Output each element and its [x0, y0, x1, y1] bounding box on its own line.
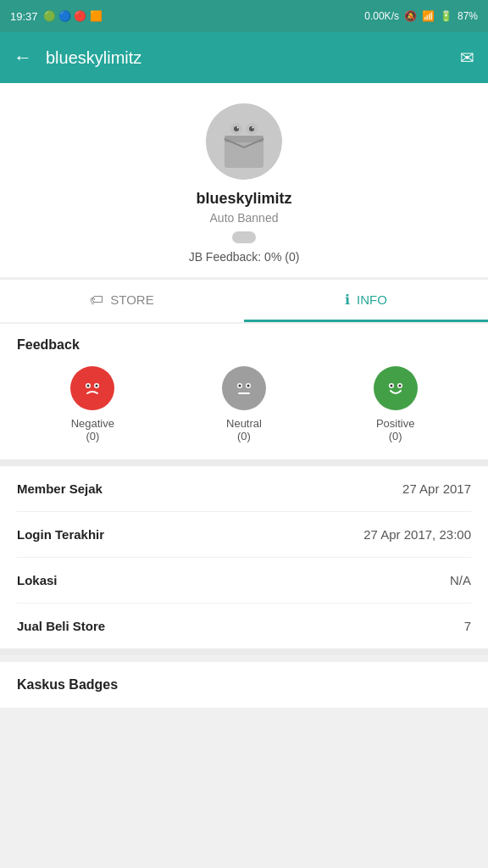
status-bar: 19:37 🟢 🔵 🔴 🟧 0.00K/s 🔕 📶 🔋 87% [0, 0, 488, 32]
info-icon: ℹ [345, 292, 350, 308]
feedback-item-positive: Positive (0) [374, 366, 418, 442]
feedback-item-negative: Negative (0) [70, 366, 114, 442]
tab-store[interactable]: 🏷 STORE [0, 280, 244, 322]
positive-label: Positive (0) [376, 417, 415, 442]
mail-icon[interactable]: ✉ [460, 47, 474, 68]
profile-username: blueskylimitz [196, 190, 291, 208]
signal-icon: 🔕 [404, 10, 417, 22]
negative-emoji [70, 366, 114, 410]
tab-info[interactable]: ℹ INFO [244, 280, 488, 322]
jualbeli-value: 7 [464, 619, 471, 633]
page-title: blueskylimitz [46, 48, 460, 68]
info-content: Feedback Negative (0) [0, 324, 488, 459]
svg-point-14 [238, 385, 241, 387]
info-row-member: Member Sejak 27 Apr 2017 [17, 466, 471, 512]
member-sejak-label: Member Sejak [17, 481, 103, 496]
app-bar: ← blueskylimitz ✉ [0, 32, 488, 83]
divider-1 [0, 459, 488, 466]
badges-section: Kaskus Badges [0, 662, 488, 708]
jualbeli-label: Jual Beli Store [17, 619, 105, 633]
tab-store-label: STORE [110, 292, 153, 307]
svg-point-7 [252, 127, 254, 129]
info-row-jualbeli: Jual Beli Store 7 [17, 604, 471, 648]
svg-point-10 [87, 385, 90, 387]
network-speed: 0.00K/s [364, 10, 399, 22]
positive-emoji [374, 366, 418, 410]
badges-title: Kaskus Badges [17, 677, 471, 693]
profile-section: blueskylimitz Auto Banned JB Feedback: 0… [0, 83, 488, 277]
battery-icon: 🔋 [440, 10, 452, 22]
info-row-login: Login Terakhir 27 Apr 2017, 23:00 [17, 512, 471, 558]
login-terakhir-label: Login Terakhir [17, 527, 104, 542]
tab-info-label: INFO [357, 292, 387, 307]
profile-feedback: JB Feedback: 0% (0) [189, 250, 300, 264]
app-icons: 🟢 🔵 🔴 🟧 [43, 10, 103, 22]
lokasi-label: Lokasi [17, 573, 58, 587]
svg-point-15 [247, 385, 249, 387]
status-right: 0.00K/s 🔕 📶 🔋 87% [364, 10, 478, 22]
feedback-item-neutral: Neutral (0) [222, 366, 266, 442]
member-sejak-value: 27 Apr 2017 [402, 481, 471, 496]
neutral-emoji [222, 366, 266, 410]
back-button[interactable]: ← [14, 47, 32, 69]
svg-point-6 [237, 127, 239, 129]
status-toggle[interactable] [232, 231, 256, 243]
battery-percent: 87% [458, 10, 478, 22]
svg-point-19 [390, 385, 392, 387]
info-row-lokasi: Lokasi N/A [17, 558, 471, 604]
profile-status: Auto Banned [210, 211, 279, 225]
lokasi-value: N/A [450, 573, 471, 587]
feedback-row: Negative (0) Neutral (0) [17, 366, 471, 442]
svg-point-20 [398, 385, 401, 387]
svg-rect-0 [225, 139, 263, 168]
svg-point-11 [96, 385, 98, 387]
info-section: Member Sejak 27 Apr 2017 Login Terakhir … [0, 466, 488, 648]
store-icon: 🏷 [90, 292, 103, 308]
tabs-container: 🏷 STORE ℹ INFO [0, 279, 488, 322]
neutral-label: Neutral (0) [226, 417, 262, 442]
feedback-section: Feedback Negative (0) [0, 324, 488, 459]
status-time: 19:37 [10, 10, 38, 23]
negative-label: Negative (0) [71, 417, 114, 442]
feedback-title: Feedback [17, 337, 471, 353]
divider-2 [0, 648, 488, 655]
login-terakhir-value: 27 Apr 2017, 23:00 [363, 527, 471, 542]
avatar [206, 103, 282, 180]
wifi-icon: 📶 [422, 10, 435, 22]
status-left: 19:37 🟢 🔵 🔴 🟧 [10, 10, 103, 23]
